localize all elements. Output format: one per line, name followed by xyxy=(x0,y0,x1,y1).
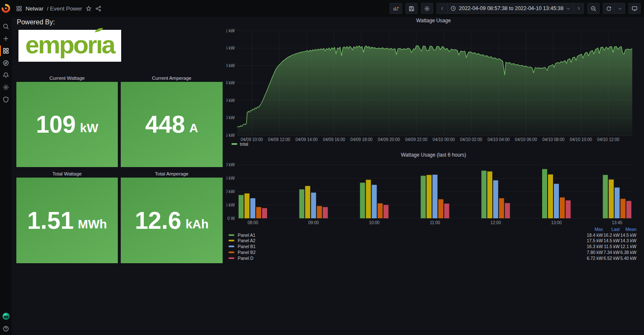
search-icon xyxy=(3,23,9,30)
bar-panel-d[interactable] xyxy=(444,204,449,218)
stat-value: 448 xyxy=(145,113,185,136)
barchart-svg: 0 W5 kW10 kW15 kW20 kW08:0009:0010:0011:… xyxy=(226,160,641,227)
bar-panel-a2[interactable] xyxy=(426,175,431,218)
series-color-marker xyxy=(229,234,234,236)
wattage-usage-chart[interactable]: 04/09 10:0004/09 12:0004/09 14:0004/09 1… xyxy=(226,17,641,144)
bar-panel-b1[interactable] xyxy=(250,198,255,218)
bar-panel-a1[interactable] xyxy=(481,171,486,219)
star-button[interactable] xyxy=(86,5,92,12)
legend-mean: 6.38 kW xyxy=(620,250,636,255)
cycle-view-button[interactable] xyxy=(628,3,641,14)
time-shift-back-button[interactable] xyxy=(436,3,447,14)
topbar-actions: 2022-04-09 08:57:38 to 2022-04-10 13:45:… xyxy=(390,3,641,14)
bar-panel-b2[interactable] xyxy=(317,206,322,218)
leaf-icon xyxy=(94,28,104,33)
user-avatar[interactable] xyxy=(3,313,10,320)
sidebar-item-server-admin[interactable] xyxy=(0,96,12,103)
legend-sort-last[interactable]: Last xyxy=(603,227,620,232)
time-controls: 2022-04-09 08:57:38 to 2022-04-10 13:45:… xyxy=(436,3,584,14)
bar-panel-b2[interactable] xyxy=(378,203,383,218)
bar-panel-d[interactable] xyxy=(262,208,267,218)
refresh-button[interactable] xyxy=(603,3,614,14)
svg-text:08:00: 08:00 xyxy=(247,220,258,225)
legend-mean: 5.40 kW xyxy=(620,256,636,261)
bar-panel-b2[interactable] xyxy=(256,207,261,218)
legend-row-panel-d[interactable]: Panel D6.72 kW6.52 kW5.40 kW xyxy=(229,255,636,261)
share-button[interactable] xyxy=(95,5,101,12)
sidebar-item-help[interactable] xyxy=(0,325,12,332)
bar-panel-a2[interactable] xyxy=(244,194,249,218)
legend-row-panel-b2[interactable]: Panel B27.80 kW7.34 kW6.38 kW xyxy=(229,249,636,255)
sidebar-item-search[interactable] xyxy=(0,23,12,30)
bar-panel-d[interactable] xyxy=(505,203,510,218)
svg-text:09:00: 09:00 xyxy=(308,220,319,225)
stat-current-wattage: 109 kW xyxy=(16,82,118,167)
panel-title-total-wattage[interactable]: Total Wattage xyxy=(16,170,118,178)
bar-panel-b1[interactable] xyxy=(372,185,377,218)
panel-title-current-wattage[interactable]: Current Wattage xyxy=(16,74,118,82)
bar-panel-d[interactable] xyxy=(626,201,631,218)
apps-icon xyxy=(16,5,22,12)
save-dashboard-button[interactable] xyxy=(405,3,418,14)
bar-panel-a2[interactable] xyxy=(366,180,371,218)
legend-row-panel-b1[interactable]: Panel B116.3 kW11.5 kW12.1 kW xyxy=(229,243,636,249)
bar-panel-b1[interactable] xyxy=(432,175,437,218)
bar-panel-a1[interactable] xyxy=(299,189,304,218)
refresh-interval-dropdown[interactable] xyxy=(614,3,625,14)
panel-title-wattage-usage-6h[interactable]: Wattage Usage (last 6 hours) xyxy=(226,152,641,158)
legend-item-total[interactable]: total xyxy=(231,141,248,147)
bar-panel-b2[interactable] xyxy=(560,197,565,218)
sidebar-item-configuration[interactable] xyxy=(0,84,12,91)
bar-panel-d[interactable] xyxy=(566,200,571,218)
legend-sort-mean[interactable]: Mean xyxy=(620,227,636,232)
time-range-picker[interactable]: 2022-04-09 08:57:38 to 2022-04-10 13:45:… xyxy=(447,3,573,14)
bar-panel-a1[interactable] xyxy=(542,169,547,218)
bar-panel-a1[interactable] xyxy=(360,183,365,218)
breadcrumb-page[interactable]: / Event Power xyxy=(47,5,82,12)
svg-text:04/10 06:00: 04/10 06:00 xyxy=(515,137,537,142)
stat-unit: kW xyxy=(80,121,99,135)
bar-panel-b1[interactable] xyxy=(311,193,316,218)
clock-icon xyxy=(450,5,456,11)
legend-row-panel-a2[interactable]: Panel A217.5 kW14.5 kW14.3 kW xyxy=(229,238,636,244)
legend-row-panel-a1[interactable]: Panel A118.4 kW16.2 kW14.5 kW xyxy=(229,232,636,238)
bar-panel-b1[interactable] xyxy=(615,188,620,218)
svg-text:04/09 18:00: 04/09 18:00 xyxy=(351,137,373,142)
bar-panel-b2[interactable] xyxy=(438,199,443,218)
panel-title-current-amperage[interactable]: Current Amperage xyxy=(121,74,223,82)
bar-panel-a2[interactable] xyxy=(609,180,614,218)
panel-title-total-amperage[interactable]: Total Amperage xyxy=(121,170,223,178)
legend-last: 6.52 kW xyxy=(603,256,620,261)
time-shift-forward-button[interactable] xyxy=(573,3,584,14)
sidebar-item-create[interactable] xyxy=(0,35,12,42)
svg-text:04/10 08:00: 04/10 08:00 xyxy=(543,137,565,142)
bar-panel-b1[interactable] xyxy=(493,181,498,219)
bar-panel-a1[interactable] xyxy=(603,175,608,218)
add-panel-button[interactable] xyxy=(390,3,402,14)
save-icon xyxy=(408,5,415,12)
dashboard-settings-button[interactable] xyxy=(421,3,433,14)
bar-panel-a2[interactable] xyxy=(487,171,492,218)
legend-mean: 14.5 kW xyxy=(620,233,636,238)
bar-panel-b2[interactable] xyxy=(499,198,504,218)
zoom-out-button[interactable] xyxy=(587,3,600,14)
bar-panel-a2[interactable] xyxy=(548,175,553,219)
legend-sort-max[interactable]: Max xyxy=(586,227,603,232)
svg-text:11:00: 11:00 xyxy=(430,220,440,225)
bar-panel-b2[interactable] xyxy=(621,199,626,219)
sidebar-item-dashboards[interactable] xyxy=(0,47,12,55)
bar-panel-a1[interactable] xyxy=(421,176,426,218)
bar-panel-d[interactable] xyxy=(384,205,389,218)
bar-panel-b1[interactable] xyxy=(554,184,559,218)
breadcrumb-dashboard[interactable]: Netwar xyxy=(26,5,44,12)
bar-panel-a2[interactable] xyxy=(305,186,310,218)
series-color-marker xyxy=(231,143,237,145)
svg-text:04/10 10:00: 04/10 10:00 xyxy=(570,137,592,142)
bar-panel-a1[interactable] xyxy=(239,195,244,219)
bar-panel-d[interactable] xyxy=(323,207,328,218)
grafana-logo[interactable] xyxy=(0,2,12,15)
sidebar-item-alerting[interactable] xyxy=(0,71,12,79)
sidebar-item-explore[interactable] xyxy=(0,59,12,67)
bell-icon xyxy=(3,72,9,79)
wattage-usage-6h-chart[interactable]: 0 W5 kW10 kW15 kW20 kW08:0009:0010:0011:… xyxy=(226,160,641,228)
